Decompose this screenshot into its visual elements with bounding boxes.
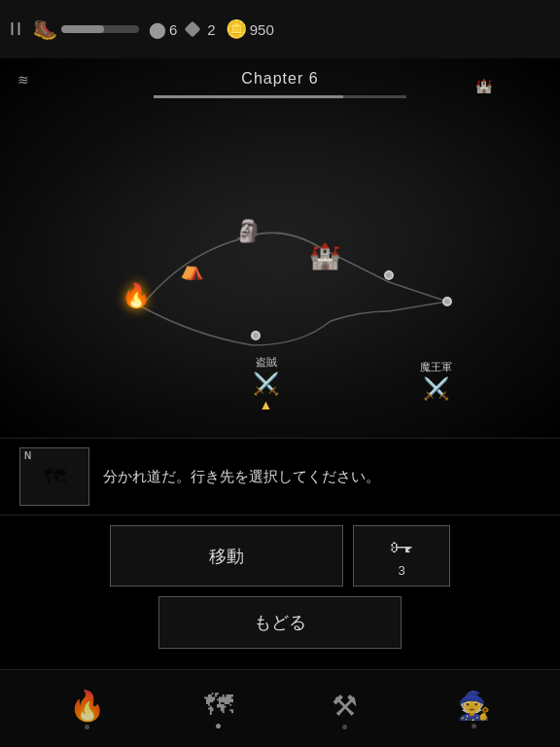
health-bar — [61, 25, 139, 33]
stat2-value: 2 — [207, 21, 215, 38]
nav-dot-hood — [472, 724, 476, 729]
map-thumbnail[interactable]: N 🗺 — [19, 447, 89, 506]
key-button[interactable]: 🗝 3 — [353, 525, 450, 587]
button-row-1: 移動 🗝 3 — [19, 525, 541, 587]
node-circle-fr — [442, 297, 452, 306]
castle-icon: 🏰 — [309, 241, 340, 270]
swords-icon-1: ⚔️ — [253, 372, 279, 397]
nav-dot-map — [216, 724, 221, 729]
nav-tools-icon: ⚒ — [332, 689, 358, 723]
nav-item-map[interactable]: 🗺 — [204, 689, 233, 729]
coin-icon: 🪙 — [226, 18, 247, 40]
boot-icon: 🥾 — [33, 18, 57, 41]
back-button[interactable]: もどる — [158, 596, 402, 649]
button-row-2: もどる — [19, 596, 541, 649]
top-bar: II 🥾 ⬤ 6 2 🪙 950 — [0, 0, 560, 58]
nav-item-hood[interactable]: 🧙 — [457, 690, 491, 729]
info-panel: N 🗺 分かれ道だ。行き先を選択してください。 — [0, 438, 560, 516]
fire-icon: 🔥 — [122, 282, 151, 308]
node-circle-r — [384, 270, 394, 280]
node-circle — [251, 331, 261, 340]
info-text: 分かれ道だ。行き先を選択してください。 — [103, 466, 380, 488]
far-right-node[interactable] — [442, 297, 452, 306]
stat1-icon: ⬤ — [149, 20, 166, 39]
coin-value: 950 — [250, 21, 274, 38]
key-count: 3 — [398, 563, 404, 578]
mid-node-right[interactable] — [384, 270, 394, 280]
tent-node[interactable]: ⛺ — [180, 258, 204, 281]
rock-node-top[interactable]: 🗿 — [235, 219, 262, 244]
action-buttons: 移動 🗝 3 もどる — [0, 516, 560, 658]
bottom-nav: 🔥 🗺 ⚒ 🧙 — [0, 669, 560, 747]
battle-node-1[interactable]: 盗賊 ⚔️ ▲ — [253, 355, 279, 412]
pause-button[interactable]: II — [10, 19, 23, 40]
move-button[interactable]: 移動 — [110, 525, 343, 587]
swords-icon-2: ⚔️ — [423, 376, 449, 402]
nav-fire-icon: 🔥 — [69, 689, 105, 723]
stat1-group: ⬤ 6 — [149, 20, 177, 39]
tent-person-icon: ⛺ — [180, 258, 204, 281]
nav-dot-fire — [85, 725, 89, 729]
key-icon: 🗝 — [390, 534, 413, 561]
coin-group: 🪙 950 — [226, 18, 274, 40]
health-bar-fill — [61, 25, 104, 33]
stat2-icon — [185, 21, 201, 38]
battle2-label: 魔王軍 — [420, 360, 452, 374]
map-thumb-icon: 🗺 — [44, 464, 65, 489]
battle1-label: 盗賊 — [256, 355, 277, 370]
nav-item-fire[interactable]: 🔥 — [69, 689, 105, 729]
north-label: N — [24, 450, 31, 461]
health-group: 🥾 — [33, 18, 139, 41]
nav-dot-tools — [342, 725, 347, 729]
map-area: ≋ Chapter 6 🏰 🔥 ⛺ 🗿 🏰 盗賊 ⚔️ — [0, 58, 560, 438]
stat1-value: 6 — [169, 21, 177, 38]
small-node-1[interactable] — [251, 331, 261, 340]
map-paths — [0, 58, 560, 438]
nav-hood-icon: 🧙 — [457, 690, 491, 722]
fire-node[interactable]: 🔥 — [122, 282, 151, 309]
nav-map-icon: 🗺 — [204, 689, 233, 722]
nav-item-tools[interactable]: ⚒ — [332, 689, 358, 729]
battle-node-2[interactable]: 魔王軍 ⚔️ — [420, 360, 452, 402]
arrow-up-1: ▲ — [260, 397, 273, 412]
stat2-group: 2 — [187, 21, 215, 38]
rock-icon: 🗿 — [235, 219, 262, 244]
castle-node[interactable]: 🏰 — [309, 241, 340, 271]
